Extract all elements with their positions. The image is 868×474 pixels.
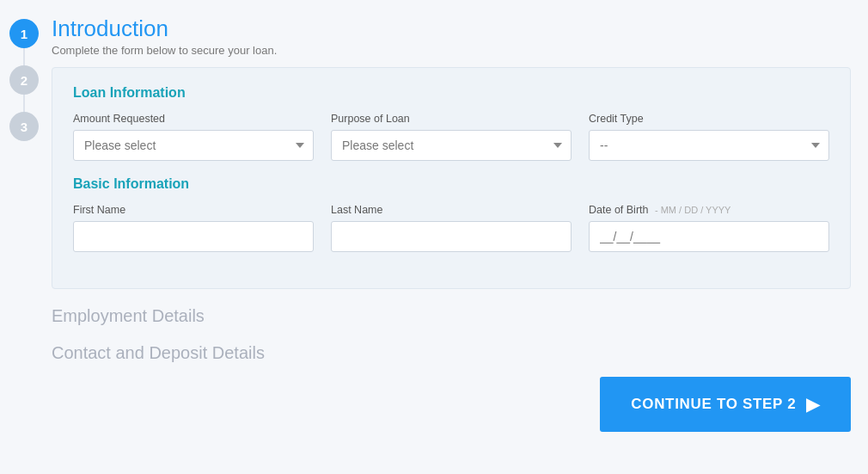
purpose-of-loan-label: Purpose of Loan [331,113,572,125]
loan-section-title: Loan Information [73,85,829,101]
purpose-of-loan-select[interactable]: Please select Personal Business Educatio… [331,130,572,161]
step1-section: Introduction Complete the form below to … [52,15,851,298]
first-name-label: First Name [73,204,314,216]
bottom-row: CONTINUE TO STEP 2 ▶ [52,377,851,432]
last-name-input[interactable] [331,221,572,252]
last-name-group: Last Name [331,204,572,252]
credit-type-label: Credit Type [589,113,829,125]
credit-type-select[interactable]: -- Excellent Good Fair Poor [589,130,829,161]
loan-form-card: Loan Information Amount Requested Please… [52,67,851,289]
first-name-group: First Name [73,204,314,252]
step3-section: Contact and Deposit Details [52,335,851,372]
step1-circle: 1 [9,19,39,48]
continue-button[interactable]: CONTINUE TO STEP 2 ▶ [600,377,851,432]
dob-hint: - MM / DD / YYYY [655,205,730,215]
step2-circle: 2 [9,65,39,95]
step1-title: Introduction [52,15,851,42]
amount-requested-group: Amount Requested Please select $1,000 $5… [73,113,314,161]
first-name-input[interactable] [73,221,314,252]
dob-input[interactable] [589,221,829,252]
step2-title: Employment Details [52,306,205,326]
step3-circle: 3 [9,112,39,141]
loan-fields-row: Amount Requested Please select $1,000 $5… [73,113,829,161]
basic-fields-row: First Name Last Name Date of Birth - MM … [73,204,829,252]
step1-circle-wrap: 1 2 3 [9,19,39,141]
continue-arrow-icon: ▶ [806,394,820,415]
stepper-column: 1 2 3 [0,0,48,474]
basic-section-title: Basic Information [73,176,829,192]
page-wrapper: 1 2 3 Introduction Complete the form bel… [0,0,868,474]
last-name-label: Last Name [331,204,572,216]
amount-requested-select[interactable]: Please select $1,000 $5,000 $10,000 $25,… [73,130,314,161]
dob-label: Date of Birth - MM / DD / YYYY [589,204,829,216]
connector-1-2 [23,48,25,65]
continue-button-label: CONTINUE TO STEP 2 [631,396,796,413]
main-content: Introduction Complete the form below to … [48,0,868,474]
step1-subtitle: Complete the form below to secure your l… [52,44,851,57]
steps-container: 1 2 3 Introduction Complete the form bel… [0,0,868,474]
step3-title: Contact and Deposit Details [52,343,265,363]
credit-type-group: Credit Type -- Excellent Good Fair Poor [589,113,829,161]
step2-section: Employment Details [52,298,851,335]
purpose-of-loan-group: Purpose of Loan Please select Personal B… [331,113,572,161]
amount-requested-label: Amount Requested [73,113,314,125]
connector-2-3 [23,95,25,112]
dob-group: Date of Birth - MM / DD / YYYY [589,204,829,252]
